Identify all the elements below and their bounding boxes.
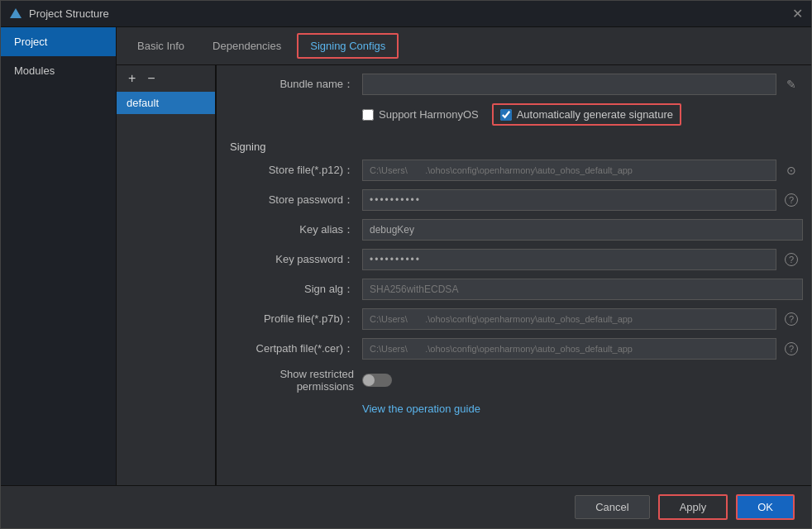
view-guide-row: View the operation guide (230, 403, 803, 415)
sidebar-item-modules[interactable]: Modules (1, 56, 116, 85)
profile-file-row: Profile file(*.p7b)： ? (230, 308, 803, 330)
fingerprint-icon: ⊙ (786, 164, 796, 177)
sign-alg-row: Sign alg： (230, 279, 803, 300)
dialog-title: Project Structure (29, 7, 109, 20)
app-logo-icon (9, 7, 22, 21)
view-guide-link[interactable]: View the operation guide (362, 403, 480, 415)
show-restricted-row: Show restricted permissions (230, 368, 803, 393)
store-password-label: Store password： (230, 193, 362, 207)
sidebar-item-project-label: Project (14, 36, 47, 48)
title-bar-left: Project Structure (9, 7, 109, 21)
sign-alg-input[interactable] (362, 279, 803, 300)
form-area: Bundle name： ✎ Support HarmonyOS (217, 65, 811, 485)
bundle-name-label: Bundle name： (230, 77, 362, 92)
tab-basic-info-label: Basic Info (137, 40, 184, 52)
right-column: Basic Info Dependencies Signing Configs … (117, 27, 811, 485)
tab-basic-info[interactable]: Basic Info (125, 34, 197, 58)
profile-file-help-button[interactable]: ? (780, 308, 803, 330)
certpath-file-input[interactable] (362, 338, 776, 360)
edit-icon: ✎ (786, 78, 796, 91)
sidebar: Project Modules (1, 27, 117, 485)
auto-sign-label[interactable]: Automatically generate signature (492, 103, 681, 126)
profile-file-input[interactable] (362, 308, 776, 330)
help-icon-key-pw: ? (785, 253, 798, 266)
store-file-label: Store file(*.p12)： (230, 163, 362, 178)
help-icon-profile: ? (785, 312, 798, 326)
close-button[interactable]: ✕ (792, 7, 803, 21)
key-alias-label: Key alias： (230, 222, 362, 237)
title-bar: Project Structure ✕ (1, 1, 811, 27)
inner-content: + − default Bundle name： ✎ (117, 65, 811, 485)
sidebar-item-project[interactable]: Project (1, 27, 116, 56)
tab-signing-configs-label: Signing Configs (310, 40, 385, 52)
key-password-row: Key password： ? (230, 249, 803, 270)
store-password-row: Store password： ? (230, 189, 803, 211)
bundle-name-row: Bundle name： ✎ (230, 74, 803, 95)
config-list-panel: + − default (117, 65, 216, 485)
add-config-button[interactable]: + (125, 70, 139, 87)
support-harmony-label[interactable]: Support HarmonyOS (362, 108, 479, 121)
store-password-help-button[interactable]: ? (780, 189, 803, 211)
dialog-content: Project Modules Basic Info Dependencies … (1, 27, 811, 485)
remove-config-button[interactable]: − (144, 70, 158, 87)
help-icon-store-pw: ? (785, 193, 798, 207)
tab-dependencies-label: Dependencies (213, 40, 281, 52)
config-item-default-label: default (127, 97, 159, 109)
key-alias-row: Key alias： (230, 219, 803, 241)
config-item-default[interactable]: default (117, 92, 215, 114)
auto-sign-text: Automatically generate signature (517, 108, 673, 121)
bundle-name-edit-button[interactable]: ✎ (780, 74, 803, 95)
key-alias-input[interactable] (362, 219, 803, 241)
key-password-label: Key password： (230, 252, 362, 267)
cancel-button[interactable]: Cancel (575, 495, 649, 519)
store-file-input[interactable] (362, 160, 776, 181)
support-harmony-checkbox[interactable] (362, 109, 374, 121)
checkbox-row: Support HarmonyOS Automatically generate… (230, 103, 803, 126)
show-restricted-toggle[interactable] (362, 374, 392, 387)
help-icon-cert: ? (785, 342, 798, 355)
signing-section-title: Signing (230, 141, 803, 153)
tab-dependencies[interactable]: Dependencies (200, 34, 294, 58)
certpath-file-help-button[interactable]: ? (780, 338, 803, 360)
ok-button[interactable]: OK (736, 494, 795, 520)
project-structure-dialog: Project Structure ✕ Project Modules Basi… (0, 0, 812, 529)
profile-file-label: Profile file(*.p7b)： (230, 312, 362, 326)
store-file-browse-button[interactable]: ⊙ (780, 160, 803, 181)
support-harmony-text: Support HarmonyOS (379, 108, 479, 121)
bottom-bar: Cancel Apply OK (1, 485, 811, 528)
auto-sign-checkbox[interactable] (500, 109, 512, 121)
tab-signing-configs[interactable]: Signing Configs (297, 33, 399, 59)
certpath-file-row: Certpath file(*.cer)： ? (230, 338, 803, 360)
svg-marker-0 (10, 8, 21, 18)
sign-alg-label: Sign alg： (230, 282, 362, 297)
key-password-input[interactable] (362, 249, 776, 270)
key-password-help-button[interactable]: ? (780, 249, 803, 270)
certpath-file-label: Certpath file(*.cer)： (230, 341, 362, 356)
tab-bar: Basic Info Dependencies Signing Configs (117, 27, 811, 65)
store-file-row: Store file(*.p12)： ⊙ (230, 160, 803, 181)
sidebar-item-modules-label: Modules (14, 64, 55, 77)
store-password-input[interactable] (362, 189, 776, 211)
show-restricted-label: Show restricted permissions (230, 368, 362, 393)
apply-button[interactable]: Apply (658, 494, 728, 520)
config-toolbar: + − (117, 65, 215, 92)
bundle-name-input[interactable] (362, 74, 776, 95)
